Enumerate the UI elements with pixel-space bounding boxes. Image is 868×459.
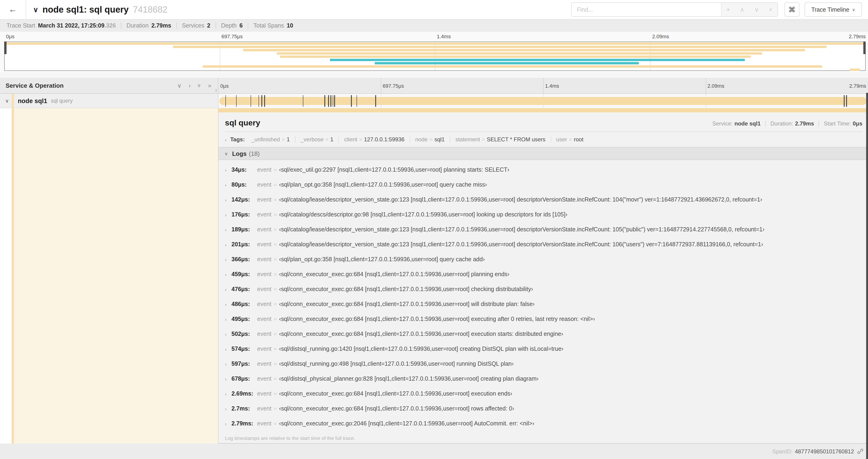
log-field-key: event: [257, 346, 271, 352]
chevron-right-icon[interactable]: ›: [225, 406, 230, 411]
chevron-right-icon[interactable]: ›: [225, 137, 226, 142]
chevron-right-icon[interactable]: ›: [225, 182, 230, 187]
chevron-right-icon[interactable]: ›: [225, 346, 230, 352]
page-title: node sql1: sql query: [42, 4, 129, 15]
chevron-right-icon[interactable]: ›: [225, 272, 230, 277]
collapse-trace-chevron-icon[interactable]: ∨: [33, 5, 38, 14]
minimap-canvas[interactable]: [4, 41, 866, 71]
divider: [765, 121, 766, 126]
minimap-left-drag-handle[interactable]: [4, 41, 6, 54]
grid-line: [381, 78, 381, 93]
trace-start-value: March 31 2022, 17:25:09: [38, 22, 104, 29]
log-row[interactable]: ›597μs:event=‹sql/distsql_running.go:498…: [218, 356, 868, 371]
minimap-span-bar: [203, 65, 822, 68]
locate-icon[interactable]: ⌖: [726, 6, 730, 13]
equals-sign: =: [282, 137, 285, 142]
detail-body: sql query Service: node sql1 Duration: 2…: [0, 108, 868, 444]
log-marker-tick: [258, 95, 259, 107]
detail-footer: SpanID: 4877749850101760812: [0, 444, 868, 459]
minimap-span-bar: [277, 52, 762, 55]
chevron-right-icon[interactable]: ›: [225, 227, 230, 232]
log-row[interactable]: ›2.69ms:event=‹sql/conn_executor_exec.go…: [218, 386, 868, 401]
divider: [215, 22, 216, 29]
log-row[interactable]: ›176μs:event=‹sql/catalog/descs/descript…: [218, 207, 868, 222]
log-row[interactable]: ›574μs:event=‹sql/distsql_running.go:142…: [218, 341, 868, 356]
chevron-right-icon[interactable]: ›: [225, 242, 230, 247]
service-value: node sql1: [735, 120, 761, 127]
expand-one-icon[interactable]: ›: [189, 82, 191, 89]
log-row[interactable]: ›486μs:event=‹sql/conn_executor_exec.go:…: [218, 297, 868, 312]
spanid-label: SpanID:: [772, 448, 793, 455]
operation-name: sql query: [51, 98, 72, 104]
log-marker-tick: [261, 95, 262, 107]
collapse-all-icon[interactable]: »: [196, 84, 203, 87]
grid-line: [706, 78, 706, 93]
total-spans-label: Total Spans: [253, 22, 284, 29]
log-row[interactable]: ›678μs:event=‹sql/distsql_physical_plann…: [218, 371, 868, 386]
log-field-value: ‹sql/conn_executor_exec.go:684 [nsql1,cl…: [279, 271, 509, 277]
start-time-label: Start Time:: [824, 120, 851, 127]
log-row[interactable]: ›142μs:event=‹sql/catalog/lease/descript…: [218, 192, 868, 207]
vertical-scrollbar[interactable]: [866, 93, 868, 459]
chevron-right-icon[interactable]: ›: [225, 302, 230, 307]
log-row[interactable]: ›459μs:event=‹sql/conn_executor_exec.go:…: [218, 267, 868, 282]
logs-label: Logs: [232, 150, 247, 157]
next-result-icon[interactable]: ∨: [754, 6, 759, 13]
chevron-right-icon[interactable]: ›: [225, 212, 230, 217]
chevron-right-icon[interactable]: ›: [225, 376, 230, 381]
detail-span-bar[interactable]: [218, 108, 868, 112]
log-row[interactable]: ›2.7ms:event=‹sql/conn_executor_exec.go:…: [218, 401, 868, 416]
find-input[interactable]: [572, 3, 721, 16]
column-resize-grip[interactable]: ‖: [215, 88, 217, 93]
equals-sign: =: [326, 137, 329, 142]
prev-result-icon[interactable]: ∧: [740, 6, 744, 13]
keyboard-shortcuts-button[interactable]: ⌘: [784, 2, 799, 17]
minimap-tick-label: 2.79ms: [849, 34, 866, 39]
log-timestamp: 201μs:: [231, 241, 257, 248]
log-row[interactable]: ›2.79ms:event=‹sql/conn_executor_exec.go…: [218, 416, 868, 431]
span-row-label[interactable]: ∨ node sql1 sql query: [0, 94, 218, 108]
chevron-right-icon[interactable]: ›: [225, 361, 230, 366]
log-row[interactable]: ›502μs:event=‹sql/conn_executor_exec.go:…: [218, 327, 868, 341]
log-timestamp: 2.79ms:: [231, 420, 257, 427]
chevron-right-icon[interactable]: ›: [225, 287, 230, 292]
chevron-right-icon[interactable]: ›: [225, 331, 230, 336]
minimap-right-drag-handle[interactable]: [863, 41, 866, 54]
chevron-right-icon[interactable]: ›: [225, 421, 230, 426]
span-duration-bar[interactable]: [219, 97, 867, 105]
chevron-right-icon[interactable]: ›: [225, 257, 230, 262]
clear-search-icon[interactable]: ×: [769, 6, 772, 13]
chevron-right-icon[interactable]: ›: [225, 197, 230, 202]
expand-collapse-controls: ∨ › » »: [177, 82, 211, 89]
tag-key: _unfinished: [251, 136, 280, 143]
log-row[interactable]: ›201μs:event=‹sql/catalog/lease/descript…: [218, 237, 868, 252]
log-row[interactable]: ›80μs:event=‹sql/plan_opt.go:358 [nsql1,…: [218, 177, 868, 192]
grid-line: [543, 78, 544, 93]
logs-list: ›34μs:event=‹sql/exec_util.go:2297 [nsql…: [218, 160, 868, 431]
ruler-tick-label: 0μs: [220, 83, 229, 88]
log-row[interactable]: ›34μs:event=‹sql/exec_util.go:2297 [nsql…: [218, 162, 868, 177]
chevron-right-icon[interactable]: ›: [225, 167, 230, 172]
chevron-down-icon: ∨: [852, 7, 855, 12]
log-row[interactable]: ›476μs:event=‹sql/conn_executor_exec.go:…: [218, 282, 868, 297]
log-row[interactable]: ›495μs:event=‹sql/conn_executor_exec.go:…: [218, 312, 868, 327]
trace-view-dropdown[interactable]: Trace Timeline ∨: [805, 2, 862, 17]
minimap-span-bar: [330, 59, 745, 61]
expand-all-icon[interactable]: »: [208, 82, 211, 89]
logs-accordion-header[interactable]: ∨ Logs (18): [218, 147, 868, 160]
chevron-down-icon: ∨: [224, 151, 228, 156]
log-timestamp: 476μs:: [231, 286, 257, 292]
spacer: [0, 72, 868, 78]
log-row[interactable]: ›189μs:event=‹sql/catalog/lease/descript…: [218, 222, 868, 237]
log-marker-tick: [303, 95, 303, 107]
back-button[interactable]: ←: [0, 0, 26, 19]
deep-link-icon[interactable]: [857, 448, 863, 454]
chevron-right-icon[interactable]: ›: [225, 317, 230, 322]
collapse-span-chevron-icon[interactable]: ∨: [5, 98, 9, 104]
collapse-one-icon[interactable]: ∨: [177, 82, 182, 89]
log-timestamp: 459μs:: [231, 271, 257, 277]
log-row[interactable]: ›366μs:event=‹sql/plan_opt.go:358 [nsql1…: [218, 252, 868, 267]
chevron-right-icon[interactable]: ›: [225, 391, 230, 396]
equals-sign: =: [274, 257, 277, 262]
tags-row[interactable]: › Tags: _unfinished=1_verbose=1client=12…: [225, 136, 862, 143]
